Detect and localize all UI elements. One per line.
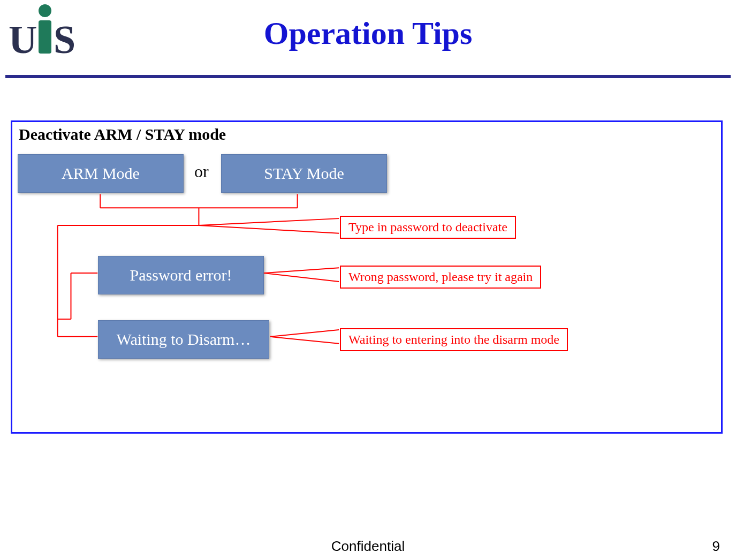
svg-line-5 xyxy=(199,225,339,233)
stay-mode-box: STAY Mode xyxy=(221,154,387,193)
svg-line-13 xyxy=(264,273,339,282)
footer-confidential: Confidential xyxy=(0,538,736,555)
password-error-box: Password error! xyxy=(98,256,264,294)
callout-type-password: Type in password to deactivate xyxy=(340,216,516,239)
svg-line-4 xyxy=(199,218,339,225)
panel-title: Deactivate ARM / STAY mode xyxy=(19,125,226,143)
header-divider xyxy=(5,75,731,78)
footer-page-number: 9 xyxy=(712,538,720,555)
svg-line-15 xyxy=(270,337,339,344)
svg-line-14 xyxy=(270,330,339,337)
svg-line-12 xyxy=(264,268,339,273)
arm-mode-box: ARM Mode xyxy=(18,154,184,193)
page-title: Operation Tips xyxy=(0,15,736,52)
waiting-disarm-box: Waiting to Disarm… xyxy=(98,320,269,359)
or-text: or xyxy=(194,162,209,181)
deactivate-panel: Deactivate ARM / STAY mode ARM Mode or S… xyxy=(11,120,723,434)
callout-waiting-disarm: Waiting to entering into the disarm mode xyxy=(340,328,568,351)
callout-wrong-password: Wrong password, please try it again xyxy=(340,266,541,289)
